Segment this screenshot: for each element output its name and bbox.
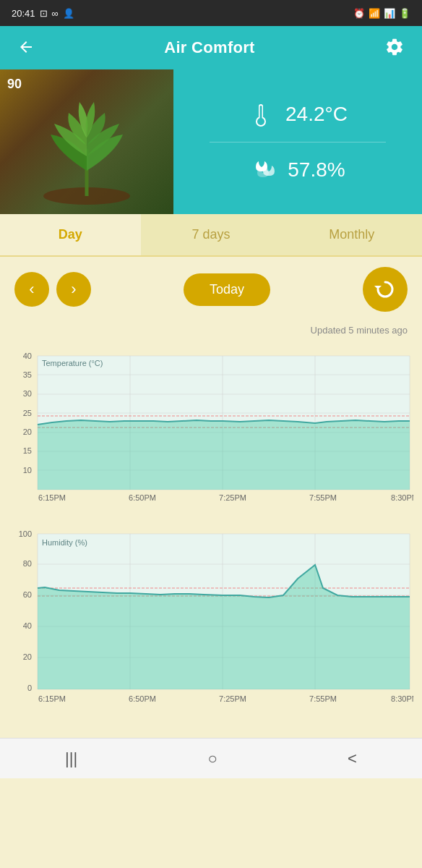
stats-divider (210, 142, 385, 142)
temperature-row: 24.2°C (188, 101, 408, 127)
today-button[interactable]: Today (184, 273, 270, 306)
svg-text:30: 30 (23, 389, 32, 398)
tab-day[interactable]: Day (0, 214, 141, 255)
user-icon: 👤 (63, 8, 74, 19)
voicemail-icon: ∞ (52, 8, 59, 19)
app-bar: Air Comfort (0, 26, 422, 69)
period-tabs: Day 7 days Monthly (0, 214, 422, 257)
svg-text:10: 10 (23, 466, 32, 475)
svg-rect-4 (260, 106, 262, 119)
charts-section: 40 35 30 25 20 15 10 Temperature (°C) 6:… (0, 341, 422, 738)
refresh-icon (374, 278, 396, 300)
page-title: Air Comfort (164, 38, 255, 57)
humidity-value: 57.8% (288, 158, 345, 182)
nav-menu-button[interactable]: ||| (51, 746, 92, 771)
thermometer-icon (248, 101, 274, 127)
plant-illustration (29, 91, 145, 207)
svg-text:40: 40 (23, 352, 32, 360)
settings-button[interactable] (379, 31, 410, 65)
svg-text:Temperature (°C): Temperature (°C) (42, 359, 103, 367)
svg-text:100: 100 (19, 529, 32, 538)
home-icon: ○ (207, 749, 217, 767)
svg-text:7:55PM: 7:55PM (309, 493, 337, 502)
sensor-stats: 24.2°C 57.8% (173, 69, 422, 214)
prev-button[interactable]: ‹ (14, 272, 49, 307)
svg-text:8:30PM: 8:30PM (391, 493, 413, 502)
svg-text:6:50PM: 6:50PM (129, 493, 156, 502)
svg-text:0: 0 (27, 684, 32, 692)
svg-point-5 (257, 118, 264, 125)
svg-text:35: 35 (23, 370, 32, 379)
next-button[interactable]: › (56, 272, 91, 307)
controls-row: ‹ › Today (0, 257, 422, 322)
back-button[interactable] (12, 33, 40, 64)
nav-buttons: ‹ › (14, 272, 91, 307)
back-icon: < (348, 749, 357, 767)
message-icon: ⊡ (40, 8, 48, 19)
time-display: 20:41 (12, 8, 35, 19)
svg-text:80: 80 (23, 559, 32, 568)
humidity-chart: 100 80 60 40 20 0 Humidity (%) 6:15PM 6:… (9, 527, 413, 715)
svg-text:7:25PM: 7:25PM (219, 694, 246, 703)
svg-text:8:30PM: 8:30PM (391, 694, 413, 703)
hero-section: 90 24.2°C (0, 69, 422, 214)
humidity-row: 57.8% (188, 157, 408, 183)
nav-home-button[interactable]: ○ (193, 746, 231, 771)
status-bar: 20:41 ⊡ ∞ 👤 ⏰ 📶 📊 🔋 (0, 0, 422, 26)
tab-monthly[interactable]: Monthly (281, 214, 422, 255)
nav-back-button[interactable]: < (333, 746, 371, 771)
svg-text:20: 20 (23, 652, 32, 661)
status-left: 20:41 ⊡ ∞ 👤 (12, 8, 74, 19)
status-right: ⏰ 📶 📊 🔋 (353, 8, 410, 19)
svg-text:7:55PM: 7:55PM (309, 694, 337, 703)
bottom-nav: ||| ○ < (0, 738, 422, 778)
tab-7days[interactable]: 7 days (141, 214, 282, 255)
svg-text:Humidity (%): Humidity (%) (42, 538, 87, 547)
temperature-chart-svg: 40 35 30 25 20 15 10 Temperature (°C) 6:… (9, 349, 413, 515)
updated-text: Updated 5 minutes ago (0, 322, 422, 341)
battery-icon: 🔋 (399, 8, 410, 19)
menu-icon: ||| (65, 749, 77, 767)
svg-text:6:50PM: 6:50PM (129, 694, 156, 703)
svg-text:6:15PM: 6:15PM (38, 493, 66, 502)
svg-text:25: 25 (23, 409, 32, 417)
svg-text:20: 20 (23, 427, 32, 436)
humidity-chart-svg: 100 80 60 40 20 0 Humidity (%) 6:15PM 6:… (9, 527, 413, 715)
humidity-icon (250, 157, 276, 183)
svg-text:40: 40 (23, 621, 32, 630)
svg-marker-6 (374, 286, 382, 289)
refresh-button[interactable] (363, 267, 408, 312)
temperature-chart: 40 35 30 25 20 15 10 Temperature (°C) 6:… (9, 349, 413, 515)
plant-image: 90 (0, 69, 173, 214)
image-label: 90 (7, 77, 22, 92)
svg-text:7:25PM: 7:25PM (219, 493, 246, 502)
temperature-value: 24.2°C (285, 103, 348, 126)
alarm-icon: ⏰ (353, 8, 365, 19)
signal-icon: 📊 (384, 8, 395, 19)
wifi-icon: 📶 (369, 8, 380, 19)
svg-text:15: 15 (23, 446, 32, 455)
svg-text:60: 60 (23, 590, 32, 599)
svg-text:6:15PM: 6:15PM (38, 694, 66, 703)
